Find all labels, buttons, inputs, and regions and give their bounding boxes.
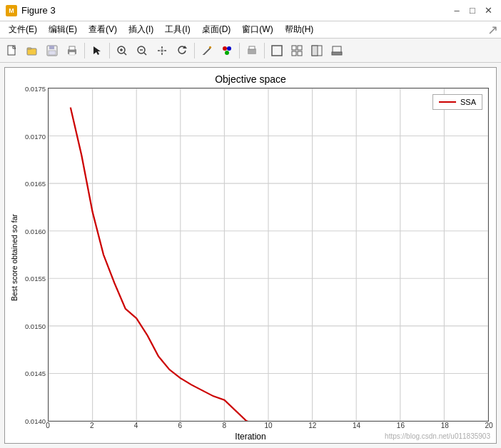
x-tick-label: 10 <box>264 422 272 429</box>
svg-rect-30 <box>298 51 302 56</box>
x-tick-label: 0 <box>46 422 50 429</box>
legend-label-ssa: SSA <box>460 98 476 106</box>
svg-point-21 <box>223 46 227 51</box>
y-tick-label: 0.0170 <box>25 132 46 140</box>
svg-rect-3 <box>27 48 31 49</box>
svg-marker-10 <box>93 46 101 55</box>
color-button[interactable] <box>218 41 236 60</box>
toolbar-separator-2 <box>109 43 110 58</box>
legend: SSA <box>432 94 482 110</box>
figure-button[interactable] <box>268 41 286 60</box>
menu-item-edit[interactable]: 编辑(E) <box>43 22 83 37</box>
close-button[interactable]: ✕ <box>481 4 495 18</box>
menu-item-view[interactable]: 查看(V) <box>83 22 123 37</box>
plot-title: Objective space <box>215 73 286 85</box>
legend-line-ssa <box>439 101 456 103</box>
x-tick-label: 4 <box>134 422 138 429</box>
plot-inner: Best score obtained so far 0.01400.01450… <box>5 85 496 443</box>
select-button[interactable] <box>88 41 106 60</box>
window-title: Figure 3 <box>21 5 450 16</box>
y-tick-label: 0.0160 <box>25 227 46 235</box>
svg-line-16 <box>144 53 146 55</box>
svg-rect-25 <box>249 46 255 49</box>
arrow-icon: ↗ <box>487 22 498 38</box>
title-bar: M Figure 3 – □ ✕ <box>0 0 501 21</box>
y-tick-label: 0.0165 <box>25 180 46 188</box>
svg-rect-34 <box>332 52 342 55</box>
open-button[interactable] <box>23 41 41 60</box>
svg-point-18 <box>161 49 163 52</box>
svg-rect-6 <box>49 51 56 55</box>
svg-point-22 <box>227 46 231 51</box>
toolbar-separator-1 <box>84 43 85 58</box>
dock-button[interactable] <box>308 41 326 60</box>
x-tick-label: 20 <box>485 422 492 429</box>
chart-area[interactable]: 0.01400.01450.01500.01550.01600.01650.01… <box>48 88 489 422</box>
print2-button[interactable] <box>243 41 261 60</box>
svg-rect-5 <box>49 46 54 49</box>
x-tick-label: 8 <box>222 422 226 429</box>
svg-rect-32 <box>312 46 318 56</box>
rotate-button[interactable] <box>173 41 191 60</box>
save-button[interactable] <box>43 41 61 60</box>
y-tick-label: 0.0150 <box>25 322 46 330</box>
window-controls: – □ ✕ <box>450 4 495 18</box>
app-icon: M <box>6 5 17 16</box>
maximize-button[interactable]: □ <box>465 4 480 18</box>
undock-button[interactable] <box>328 41 346 60</box>
menu-item-insert[interactable]: 插入(I) <box>123 22 159 37</box>
menu-item-window[interactable]: 窗口(W) <box>236 22 278 37</box>
toolbar-separator-5 <box>264 43 265 58</box>
x-tick-label: 18 <box>441 422 449 429</box>
x-tick-label: 14 <box>353 422 360 429</box>
x-tick-label: 2 <box>90 422 94 429</box>
svg-rect-26 <box>272 46 282 56</box>
zoom-out-button[interactable] <box>133 41 151 60</box>
pan-button[interactable] <box>153 41 171 60</box>
x-tick-label: 16 <box>397 422 405 429</box>
svg-rect-8 <box>69 46 75 50</box>
minimize-button[interactable]: – <box>450 4 464 18</box>
new-button[interactable] <box>3 41 21 60</box>
toolbar-separator-4 <box>239 43 240 58</box>
menu-item-tools[interactable]: 工具(I) <box>159 22 196 37</box>
y-tick-label: 0.0145 <box>25 370 46 377</box>
plot-container: Objective space Best score obtained so f… <box>4 67 497 444</box>
y-tick-label: 0.0155 <box>25 275 46 282</box>
svg-point-23 <box>225 51 229 55</box>
x-tick-label: 6 <box>178 422 183 429</box>
toolbar <box>0 39 501 63</box>
print-button[interactable] <box>63 41 81 60</box>
menu-item-help[interactable]: 帮助(H) <box>279 22 320 37</box>
chart-svg <box>49 88 488 421</box>
zoom-in-button[interactable] <box>113 41 131 60</box>
edit-button[interactable] <box>198 41 216 60</box>
menu-item-desktop[interactable]: 桌面(D) <box>196 22 237 37</box>
y-tick-label: 0.0140 <box>25 417 46 425</box>
toolbar-separator-3 <box>194 43 195 58</box>
menu-item-file[interactable]: 文件(E) <box>3 22 43 37</box>
y-tick-labels: 0.01400.01450.01500.01550.01600.01650.01… <box>17 88 47 421</box>
plot-tools-button[interactable] <box>288 41 306 60</box>
svg-line-12 <box>124 53 126 55</box>
svg-rect-28 <box>298 46 302 50</box>
y-tick-label: 0.0175 <box>25 85 46 93</box>
x-tick-label: 12 <box>308 422 316 429</box>
figure-area: Objective space Best score obtained so f… <box>0 63 501 448</box>
svg-rect-29 <box>292 51 296 56</box>
svg-rect-27 <box>292 46 296 50</box>
watermark: https://blog.csdn.net/u011835903 <box>385 432 490 440</box>
svg-rect-9 <box>69 52 75 55</box>
menu-bar: 文件(E) 编辑(E) 查看(V) 插入(I) 工具(I) 桌面(D) 窗口(W… <box>0 21 501 39</box>
